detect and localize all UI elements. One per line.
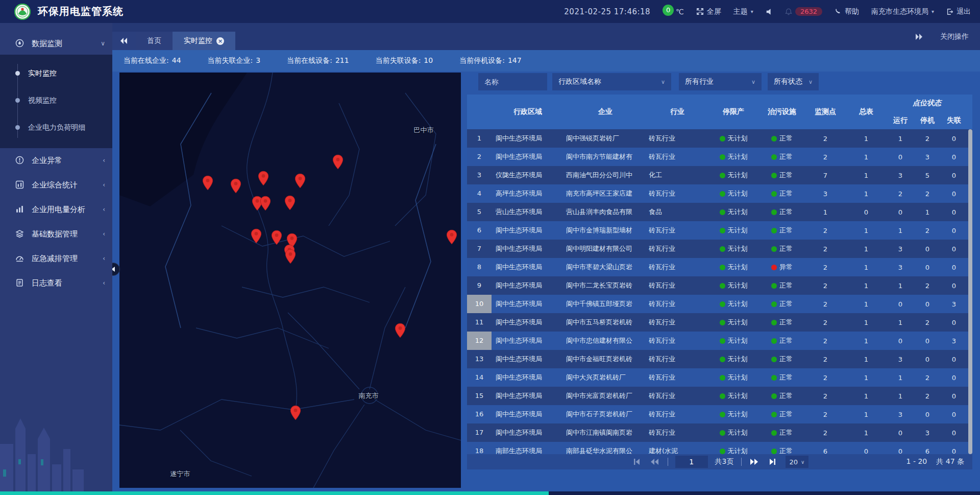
logout-button[interactable]: 退出 — [946, 7, 971, 16]
last-page-button[interactable] — [767, 457, 778, 466]
sidebar-item-log-view[interactable]: 日志查看‹ — [0, 271, 112, 295]
cell-limit-status: 无计划 — [708, 263, 759, 272]
cell-stop: 2 — [914, 319, 941, 326]
page-number-input[interactable] — [675, 456, 708, 468]
map-marker-icon[interactable] — [285, 249, 296, 264]
cell-meters: 1 — [846, 227, 887, 234]
bullet-icon — [15, 98, 20, 103]
cell-company: 阆中市光富页岩机砖厂 — [564, 391, 647, 400]
cell-region: 阆中生态环境局 — [492, 318, 564, 327]
cell-lost: 0 — [941, 227, 967, 234]
cell-region: 阆中生态环境局 — [492, 263, 564, 272]
sound-button[interactable] — [766, 8, 773, 15]
cell-meters: 1 — [846, 374, 887, 382]
page-size-select[interactable]: 20 ∨ — [786, 456, 809, 468]
cell-stop: 0 — [914, 411, 941, 418]
table-row[interactable]: 15阆中生态环境局阆中市光富页岩机砖厂砖瓦行业无计划正常21120 — [467, 387, 972, 405]
cell-stop: 3 — [914, 429, 941, 437]
region-select[interactable]: 行政区域名称 ∨ — [552, 73, 671, 90]
status-dot-icon — [771, 449, 777, 454]
org-dropdown[interactable]: 南充市生态环境局 ▾ — [871, 7, 934, 16]
cell-stop: 2 — [914, 374, 941, 382]
vertical-scrollbar[interactable] — [968, 129, 972, 454]
map-marker-icon[interactable] — [295, 173, 306, 188]
map-marker-icon[interactable] — [251, 228, 262, 244]
cell-points: 2 — [805, 153, 846, 161]
sidebar-subitem-realtime-monitor[interactable]: 实时监控 — [0, 60, 112, 87]
help-button[interactable]: 帮助 — [835, 7, 859, 16]
map-panel[interactable]: 巴中市南充市遂宁市 — [119, 73, 461, 488]
industry-select[interactable]: 所有行业 ∨ — [679, 73, 762, 90]
table-row[interactable]: 8阆中生态环境局阆中市枣碧大梁山页岩砖瓦行业无计划异常21300 — [467, 258, 972, 276]
sidebar-item-enterprise-stats[interactable]: 企业综合统计‹ — [0, 173, 112, 197]
cell-points: 2 — [805, 300, 846, 308]
table-row[interactable]: 5营山生态环境局营山县润丰肉食品有限食品无计划正常10010 — [467, 203, 972, 221]
cell-index: 7 — [467, 240, 492, 258]
divider — [741, 458, 742, 466]
limit-status-text: 无计划 — [728, 373, 748, 382]
filter-bar: 行政区域名称 ∨ 所有行业 ∨ 所有状态 ∨ — [467, 73, 972, 90]
table-row[interactable]: 2阆中生态环境局阆中市南方节能建材有砖瓦行业无计划正常21030 — [467, 148, 972, 166]
map-marker-icon[interactable] — [290, 405, 301, 420]
map-marker-icon[interactable] — [395, 323, 406, 338]
sidebar-item-base-data[interactable]: 基础数据管理‹ — [0, 222, 112, 246]
sidebar-subitem-power-load-detail[interactable]: 企业电力负荷明细 — [0, 114, 112, 141]
map-marker-icon[interactable] — [258, 171, 269, 186]
cell-meters: 1 — [846, 411, 887, 418]
map-marker-icon[interactable] — [260, 196, 271, 211]
name-search-input[interactable] — [478, 73, 547, 90]
double-chevron-right-icon[interactable] — [915, 33, 923, 40]
cell-limit-status: 无计划 — [708, 446, 759, 454]
tab-realtime-monitor[interactable]: 实时监控 × — [173, 32, 235, 50]
fullscreen-button[interactable]: 全屏 — [696, 7, 721, 16]
table-row[interactable]: 1阆中生态环境局阆中强锐页岩砖厂砖瓦行业无计划正常21120 — [467, 129, 972, 148]
tabs-scroll-left-button[interactable] — [112, 32, 136, 50]
cell-meters: 1 — [846, 264, 887, 271]
table-row[interactable]: 11阆中生态环境局阆中市五马桥页岩机砖砖瓦行业无计划正常21120 — [467, 313, 972, 332]
first-page-button[interactable] — [631, 457, 642, 466]
cell-points: 2 — [805, 135, 846, 143]
facility-status-text: 正常 — [779, 410, 793, 419]
table-row[interactable]: 9阆中生态环境局阆中市二龙长宝页岩砖砖瓦行业无计划正常21120 — [467, 276, 972, 295]
facility-status-text: 正常 — [779, 171, 793, 180]
sidebar-subitem-video-monitor[interactable]: 视频监控 — [0, 87, 112, 114]
sidebar-item-emergency-reduction[interactable]: 应急减排管理‹ — [0, 246, 112, 271]
sidebar-item-enterprise-abnormal[interactable]: 企业异常‹ — [0, 148, 112, 173]
cell-region: 阆中生态环境局 — [492, 134, 564, 143]
table-row[interactable]: 3仪陇生态环境局西南油气田分公司川中化工无计划正常71350 — [467, 166, 972, 184]
table-row[interactable]: 14阆中生态环境局阆中大兴页岩机砖厂砖瓦行业无计划正常21120 — [467, 368, 972, 387]
sidebar-submenu: 实时监控视频监控企业电力负荷明细 — [0, 55, 112, 148]
next-page-button[interactable] — [749, 457, 760, 466]
map-marker-icon[interactable] — [446, 229, 457, 245]
column-stop: 停机 — [914, 112, 941, 129]
table-row[interactable]: 13阆中生态环境局阆中市金福旺页岩机砖砖瓦行业无计划正常21300 — [467, 350, 972, 368]
notifications[interactable]: 2632 — [785, 7, 822, 16]
close-icon[interactable]: × — [216, 37, 224, 45]
map-marker-icon[interactable] — [332, 154, 344, 170]
close-operations-button[interactable]: 关闭操作 — [940, 32, 969, 41]
table-row[interactable]: 12阆中生态环境局阆中市忠信建材有限公砖瓦行业无计划正常21003 — [467, 332, 972, 350]
table-row[interactable]: 10阆中生态环境局阆中千佛镇五郎垭页岩砖瓦行业无计划正常21003 — [467, 295, 972, 313]
table-row[interactable]: 6阆中生态环境局阆中市金博瑞新型墙材砖瓦行业无计划正常21120 — [467, 221, 972, 240]
map-marker-icon[interactable] — [271, 230, 282, 245]
sidebar-item-data-monitoring[interactable]: 数据监测∨ — [0, 32, 112, 55]
table-row[interactable]: 17阆中生态环境局阆中市江南镇阆南页岩砖瓦行业无计划正常21030 — [467, 423, 972, 442]
table-row[interactable]: 4高坪生态环境局南充市高坪区王家店建砖瓦行业无计划正常31220 — [467, 184, 972, 203]
map-marker-icon[interactable] — [202, 175, 213, 191]
chevron-down-icon: ∨ — [751, 79, 755, 85]
map-marker-icon[interactable] — [284, 195, 296, 210]
cell-lost: 3 — [941, 337, 967, 345]
table-row[interactable]: 16阆中生态环境局阆中市石子页岩机砖厂砖瓦行业无计划正常21300 — [467, 405, 972, 423]
tab-bar: 首页 实时监控 × 关闭操作 — [112, 23, 980, 50]
theme-dropdown[interactable]: 主题 ▾ — [733, 7, 753, 16]
cell-meters: 1 — [846, 190, 887, 198]
table-row[interactable]: 18南部生态环境局南部县砭华水泥有限公建材(水泥无计划正常60060 — [467, 442, 972, 454]
prev-page-button[interactable] — [649, 457, 660, 466]
map-marker-icon[interactable] — [230, 178, 241, 194]
status-select[interactable]: 所有状态 ∨ — [768, 73, 819, 90]
tab-home[interactable]: 首页 — [136, 32, 173, 50]
sidebar-subitem-label: 视频监控 — [28, 96, 57, 105]
table-row[interactable]: 7阆中生态环境局阆中明阳建材有限公司砖瓦行业无计划正常21300 — [467, 240, 972, 258]
sidebar-item-power-analysis[interactable]: 企业用电量分析‹ — [0, 197, 112, 222]
limit-status-text: 无计划 — [728, 207, 748, 217]
